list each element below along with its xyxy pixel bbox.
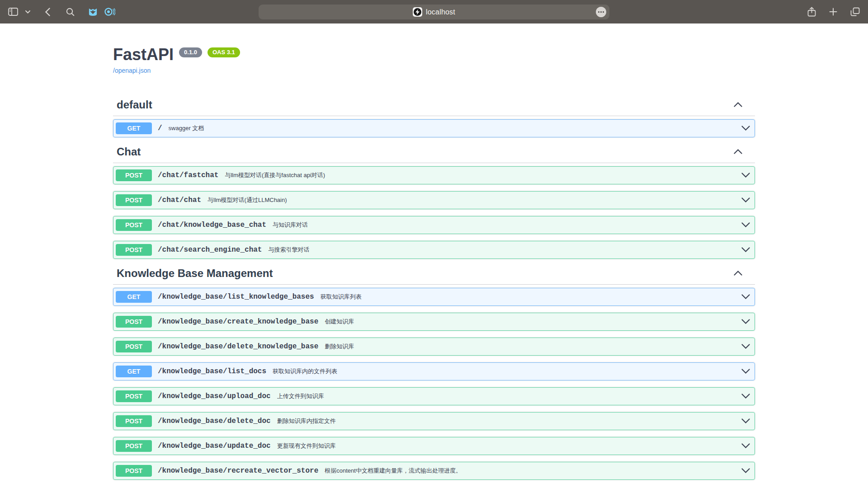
chevron-up-icon[interactable] xyxy=(734,148,742,156)
chevron-down-icon[interactable] xyxy=(741,124,750,132)
version-badge: 0.1.0 xyxy=(179,47,202,57)
endpoint-row[interactable]: POST /knowledge_base/recreate_vector_sto… xyxy=(113,462,755,480)
method-badge[interactable]: POST xyxy=(116,440,152,452)
method-badge[interactable]: POST xyxy=(116,341,152,352)
method-badge[interactable]: POST xyxy=(116,219,152,231)
endpoint-row[interactable]: GET /knowledge_base/list_knowledge_bases… xyxy=(113,288,755,306)
page-options-icon[interactable] xyxy=(596,7,606,17)
endpoint-row[interactable]: POST /chat/knowledge_base_chat 与知识库对话 xyxy=(113,216,755,234)
endpoint-path: /knowledge_base/list_docs xyxy=(158,367,266,375)
endpoint-summary: 获取知识库列表 xyxy=(321,293,362,301)
api-info: FastAPI 0.1.0 OAS 3.1 /openapi.json xyxy=(113,23,755,75)
chevron-down-icon[interactable] xyxy=(741,392,750,400)
endpoint-path: /knowledge_base/recreate_vector_store xyxy=(158,467,318,475)
chevron-up-icon[interactable] xyxy=(734,101,742,109)
endpoint-path: /chat/fastchat xyxy=(158,171,218,179)
toolbar-right-group xyxy=(805,0,862,23)
method-badge[interactable]: GET xyxy=(116,366,152,377)
openapi-spec-link[interactable]: /openapi.json xyxy=(113,67,151,74)
chevron-down-icon[interactable] xyxy=(741,293,750,301)
endpoint-path: /chat/search_engine_chat xyxy=(158,246,262,254)
swagger-page: FastAPI 0.1.0 OAS 3.1 /openapi.json defa… xyxy=(0,23,868,488)
address-bar[interactable]: localhost xyxy=(259,5,609,19)
endpoint-path: /knowledge_base/delete_doc xyxy=(158,417,271,425)
endpoint-path: /chat/chat xyxy=(158,196,201,204)
url-text: localhost xyxy=(426,8,455,16)
section-header[interactable]: Knowledge Base Management xyxy=(113,266,755,285)
endpoint-summary: 与搜索引擎对话 xyxy=(268,246,309,254)
endpoint-row[interactable]: POST /knowledge_base/create_knowledge_ba… xyxy=(113,313,755,331)
chevron-down-icon[interactable] xyxy=(741,343,750,351)
endpoint-row[interactable]: POST /chat/fastchat 与llm模型对话(直接与fastchat… xyxy=(113,166,755,184)
chevron-down-icon[interactable] xyxy=(741,442,750,450)
endpoint-path: /knowledge_base/delete_knowledge_base xyxy=(158,343,318,351)
endpoint-summary: 更新现有文件到知识库 xyxy=(277,442,336,450)
endpoint-path: /knowledge_base/upload_doc xyxy=(158,392,271,400)
back-icon[interactable] xyxy=(41,5,54,19)
section-title: default xyxy=(117,97,152,113)
endpoint-summary: 与llm模型对话(通过LLMChain) xyxy=(208,196,287,204)
endpoint-row[interactable]: POST /chat/chat 与llm模型对话(通过LLMChain) xyxy=(113,191,755,209)
method-badge[interactable]: POST xyxy=(116,465,152,477)
endpoint-summary: 获取知识库内的文件列表 xyxy=(273,367,337,375)
endpoint-summary: 根据content中文档重建向量库，流式输出处理进度。 xyxy=(325,467,462,475)
chevron-down-icon[interactable] xyxy=(24,5,32,19)
sidebar-icon[interactable] xyxy=(6,5,20,19)
chevron-down-icon[interactable] xyxy=(741,417,750,425)
fastapi-favicon xyxy=(413,7,422,17)
chevron-down-icon[interactable] xyxy=(741,467,750,475)
download-extension-icon[interactable] xyxy=(86,5,99,19)
method-badge[interactable]: GET xyxy=(116,291,152,303)
tabs-overview-icon[interactable] xyxy=(848,5,862,19)
endpoint-row[interactable]: POST /chat/search_engine_chat 与搜索引擎对话 xyxy=(113,241,755,259)
method-badge[interactable]: POST xyxy=(116,415,152,427)
new-tab-icon[interactable] xyxy=(826,5,840,19)
section-title: Chat xyxy=(117,144,141,160)
section-header[interactable]: Chat xyxy=(113,144,755,163)
endpoint-row[interactable]: POST /knowledge_base/update_doc 更新现有文件到知… xyxy=(113,437,755,455)
method-badge[interactable]: POST xyxy=(116,316,152,328)
endpoint-summary: 上传文件到知识库 xyxy=(277,392,324,400)
endpoint-path: /knowledge_base/update_doc xyxy=(158,442,271,450)
endpoint-sections: default GET / swagger 文档 Chat xyxy=(113,75,755,480)
endpoint-row[interactable]: POST /knowledge_base/delete_doc 删除知识库内指定… xyxy=(113,412,755,430)
endpoint-summary: 创建知识库 xyxy=(325,318,354,326)
endpoint-row[interactable]: POST /knowledge_base/delete_knowledge_ba… xyxy=(113,338,755,356)
endpoint-summary: 删除知识库内指定文件 xyxy=(277,417,336,425)
api-section-knowledge-base-management: Knowledge Base Management GET /knowledge… xyxy=(113,266,755,480)
chevron-down-icon[interactable] xyxy=(741,221,750,229)
endpoint-summary: 与知识库对话 xyxy=(273,221,308,229)
endpoint-summary: 与llm模型对话(直接与fastchat api对话) xyxy=(225,171,325,179)
endpoint-summary: 删除知识库 xyxy=(325,343,354,351)
endpoint-summary: swagger 文档 xyxy=(169,124,204,132)
api-section-chat: Chat POST /chat/fastchat 与llm模型对话(直接与fas… xyxy=(113,144,755,259)
endpoint-path: / xyxy=(158,124,162,132)
api-section-default: default GET / swagger 文档 xyxy=(113,97,755,137)
method-badge[interactable]: POST xyxy=(116,244,152,256)
page-title: FastAPI xyxy=(113,45,174,64)
endpoint-path: /knowledge_base/create_knowledge_base xyxy=(158,318,318,326)
search-icon[interactable] xyxy=(63,5,77,19)
oas-badge: OAS 3.1 xyxy=(208,47,240,57)
section-rows: GET / swagger 文档 xyxy=(113,119,755,137)
endpoint-row[interactable]: GET / swagger 文档 xyxy=(113,119,755,137)
browser-toolbar: localhost xyxy=(0,0,868,23)
section-rows: POST /chat/fastchat 与llm模型对话(直接与fastchat… xyxy=(113,166,755,259)
chevron-down-icon[interactable] xyxy=(741,367,750,375)
endpoint-row[interactable]: POST /knowledge_base/upload_doc 上传文件到知识库 xyxy=(113,387,755,405)
section-header[interactable]: default xyxy=(113,97,755,116)
method-badge[interactable]: GET xyxy=(116,122,152,134)
chevron-down-icon[interactable] xyxy=(741,246,750,254)
chevron-down-icon[interactable] xyxy=(741,171,750,179)
chevron-up-icon[interactable] xyxy=(734,269,742,277)
method-badge[interactable]: POST xyxy=(116,390,152,402)
rings-extension-icon[interactable] xyxy=(103,5,117,19)
endpoint-row[interactable]: GET /knowledge_base/list_docs 获取知识库内的文件列… xyxy=(113,362,755,380)
section-rows: GET /knowledge_base/list_knowledge_bases… xyxy=(113,288,755,480)
chevron-down-icon[interactable] xyxy=(741,196,750,204)
method-badge[interactable]: POST xyxy=(116,169,152,181)
method-badge[interactable]: POST xyxy=(116,194,152,206)
endpoint-path: /knowledge_base/list_knowledge_bases xyxy=(158,293,314,301)
share-icon[interactable] xyxy=(805,5,818,19)
chevron-down-icon[interactable] xyxy=(741,318,750,326)
